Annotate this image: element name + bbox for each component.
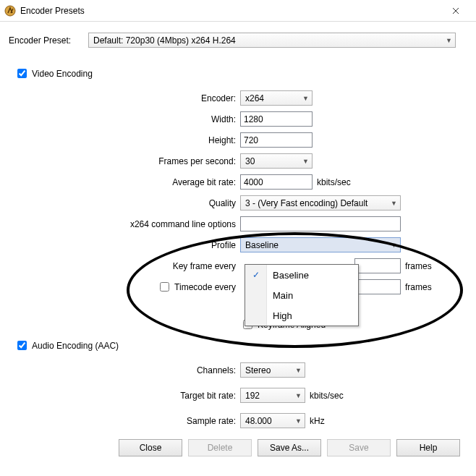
chevron-down-icon: ▼ [295, 367, 302, 374]
avg-bitrate-input[interactable] [240, 174, 313, 190]
dropdown-option-label: Main [273, 290, 293, 301]
window-title: Encoder Presets [20, 6, 441, 16]
keyframe-label: Key frame every [9, 261, 240, 271]
encoder-value: x264 [245, 93, 264, 103]
delete-button[interactable]: Delete [188, 439, 252, 456]
fps-label: Frames per second: [9, 156, 240, 166]
height-input[interactable] [240, 132, 313, 148]
target-bitrate-label: Target bit rate: [9, 391, 240, 401]
chevron-down-icon: ▼ [302, 158, 309, 165]
profile-select[interactable]: Baseline ▼ [240, 237, 401, 252]
check-icon: ✓ [252, 270, 260, 280]
channels-value: Stereo [245, 365, 271, 375]
encoder-label: Encoder: [9, 93, 240, 103]
dropdown-option-label: Baseline [273, 270, 309, 281]
samplerate-unit: kHz [310, 416, 325, 426]
video-encoding-label: Video Encoding [32, 69, 93, 79]
video-encoding-checkbox[interactable] [17, 69, 27, 78]
encoder-preset-value: Default: 720p30 (4Mbps) x264 H.264 [93, 35, 236, 46]
quality-label: Quality [9, 198, 240, 208]
close-button[interactable]: Close [119, 439, 182, 456]
dropdown-option-high[interactable]: High [245, 305, 358, 326]
channels-select[interactable]: Stereo ▼ [240, 362, 305, 378]
audio-encoding-checkbox-row: Audio Encoding (AAC) [14, 339, 467, 352]
samplerate-label: Sample rate: [9, 416, 240, 426]
target-bitrate-select[interactable]: 192 ▼ [240, 388, 305, 403]
profile-label: Profile [9, 240, 240, 250]
dropdown-option-main[interactable]: Main [245, 285, 358, 305]
profile-dropdown-popup: ✓ Baseline Main High [245, 264, 359, 326]
timecode-unit: frames [405, 282, 432, 292]
titlebar: Encoder Presets [0, 0, 476, 22]
client-area: Encoder Preset: Default: 720p30 (4Mbps) … [0, 22, 476, 462]
quality-select[interactable]: 3 - (Very Fast encoding) Default ▼ [240, 195, 401, 211]
quality-value: 3 - (Very Fast encoding) Default [245, 198, 367, 208]
keyframe-input[interactable] [354, 258, 401, 273]
fps-select[interactable]: 30 ▼ [240, 153, 313, 169]
timecode-label: Timecode every [174, 282, 236, 292]
target-bitrate-unit: kbits/sec [310, 391, 344, 401]
audio-encoding-label: Audio Encoding (AAC) [32, 341, 119, 351]
timecode-checkbox[interactable] [160, 282, 169, 292]
dropdown-option-baseline[interactable]: ✓ Baseline [245, 265, 358, 285]
cmdline-input[interactable] [240, 216, 401, 231]
target-bitrate-value: 192 [245, 391, 260, 401]
width-label: Width: [9, 114, 240, 124]
encoder-select[interactable]: x264 ▼ [240, 90, 313, 106]
samplerate-value: 48.000 [245, 416, 272, 426]
fps-value: 30 [245, 156, 255, 166]
audio-encoding-checkbox[interactable] [17, 341, 27, 350]
channels-label: Channels: [9, 365, 240, 375]
chevron-down-icon: ▼ [391, 200, 397, 207]
cmdline-label: x264 command line options [9, 219, 240, 229]
width-input[interactable] [240, 111, 313, 127]
chevron-down-icon: ▼ [302, 95, 309, 102]
timecode-input[interactable] [354, 279, 401, 294]
avg-bitrate-label: Average bit rate: [9, 177, 240, 187]
save-button[interactable]: Save [327, 439, 391, 456]
button-row: Close Delete Save As... Save Help [9, 434, 467, 456]
encoder-preset-select[interactable]: Default: 720p30 (4Mbps) x264 H.264 ▼ [88, 33, 456, 48]
keyframe-unit: frames [405, 261, 432, 271]
saveas-button[interactable]: Save As... [258, 439, 321, 456]
app-icon [4, 5, 16, 17]
encoder-preset-label: Encoder Preset: [9, 35, 88, 46]
chevron-down-icon: ▼ [295, 417, 302, 425]
profile-value: Baseline [245, 240, 279, 250]
video-encoding-checkbox-row: Video Encoding [14, 67, 467, 80]
dropdown-option-label: High [273, 310, 292, 321]
close-window-button[interactable] [441, 0, 470, 22]
avg-bitrate-unit: kbits/sec [317, 177, 351, 187]
help-button[interactable]: Help [396, 439, 460, 456]
encoder-preset-row: Encoder Preset: Default: 720p30 (4Mbps) … [9, 33, 467, 48]
chevron-down-icon: ▼ [295, 392, 302, 399]
chevron-down-icon: ▼ [446, 37, 452, 44]
chevron-down-icon: ▼ [391, 242, 397, 249]
samplerate-select[interactable]: 48.000 ▼ [240, 413, 305, 428]
height-label: Height: [9, 135, 240, 145]
